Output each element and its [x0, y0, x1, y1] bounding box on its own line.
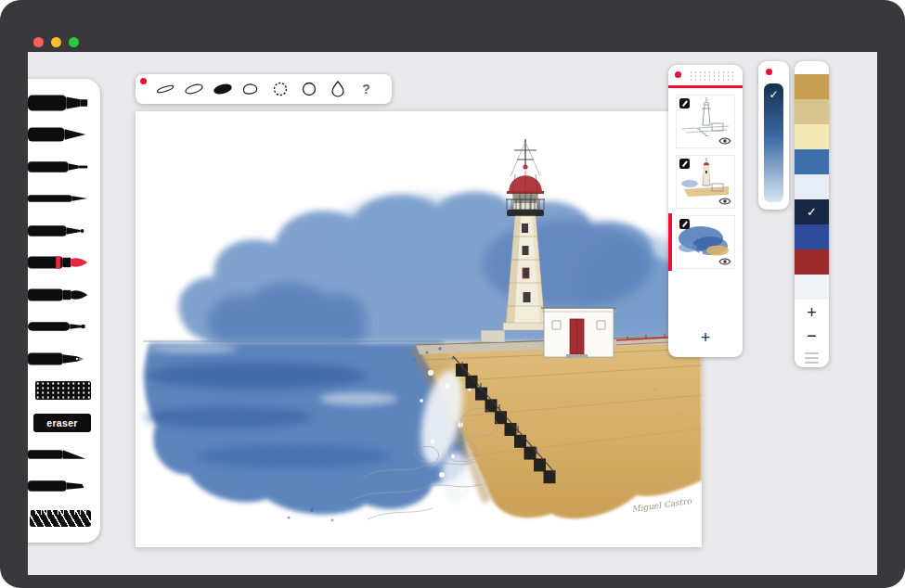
- add-color-button[interactable]: +: [807, 301, 817, 323]
- chisel-marker-icon: [28, 92, 91, 114]
- palette-swatches: ✓: [795, 74, 829, 300]
- visibility-eye-icon[interactable]: [718, 257, 731, 266]
- tool-sketch-pen[interactable]: [28, 216, 91, 246]
- layers-header: [668, 65, 743, 85]
- tools-panel: eraser: [28, 79, 100, 543]
- paint-brush-icon: [28, 284, 91, 306]
- calligraphy-pen-icon: [28, 475, 91, 497]
- tool-calligraphy-pen[interactable]: [28, 471, 91, 501]
- tool-eraser[interactable]: eraser: [28, 408, 91, 438]
- nib-oval[interactable]: [179, 76, 208, 102]
- canvas[interactable]: Miguel Castro: [136, 111, 702, 547]
- layer-badge-icon: [679, 159, 690, 169]
- palette-swatch-1[interactable]: [795, 74, 829, 99]
- palette-drag-handle[interactable]: [805, 352, 819, 364]
- tool-fineliner[interactable]: [28, 152, 91, 182]
- drag-grip-dots[interactable]: [689, 70, 733, 81]
- palette-swatch-3[interactable]: [795, 124, 829, 149]
- palette-swatch-7[interactable]: [795, 224, 829, 249]
- visibility-eye-icon[interactable]: [718, 136, 731, 146]
- tool-halftone-stamp[interactable]: [28, 376, 91, 405]
- needle-pen-icon: [28, 187, 91, 210]
- active-indicator-dot: [140, 78, 147, 84]
- eraser-label: eraser: [46, 417, 77, 428]
- round-pen-icon: [28, 315, 91, 338]
- sketch-pen-icon: [28, 220, 91, 242]
- selected-color-check: ✓: [795, 199, 829, 224]
- layer-item-watercolor-wash[interactable]: [676, 215, 735, 269]
- layer-item-color-study[interactable]: [676, 155, 735, 209]
- palette-swatch-6[interactable]: ✓: [795, 199, 829, 224]
- tool-cone-marker[interactable]: [28, 120, 91, 149]
- shade-slider[interactable]: ✓: [764, 83, 783, 202]
- palette-swatch-5[interactable]: [795, 174, 829, 199]
- app-screen: eraser ?: [28, 52, 877, 575]
- tool-blade[interactable]: [28, 440, 91, 469]
- halftone-stamp-icon: [35, 381, 91, 400]
- layer-item-pencil-sketch[interactable]: [676, 95, 735, 148]
- nib-waterdrop[interactable]: [323, 76, 352, 102]
- palette-swatch-9[interactable]: [795, 275, 829, 300]
- tool-chisel-marker[interactable]: [28, 88, 91, 118]
- zoom-button[interactable]: [69, 37, 79, 47]
- layer-badge-icon: [679, 219, 690, 229]
- palette-swatch-2[interactable]: [795, 99, 829, 124]
- help-label: ?: [362, 82, 370, 96]
- layers-panel: +: [668, 65, 743, 357]
- artist-signature: Miguel Castro: [631, 496, 692, 514]
- tool-needle-pen[interactable]: [28, 184, 91, 213]
- tool-ruler[interactable]: [28, 504, 91, 533]
- palette-swatch-8[interactable]: [795, 249, 829, 275]
- red-brush-icon: [28, 251, 91, 274]
- remove-color-button[interactable]: −: [807, 325, 817, 346]
- fountain-pen-icon: [28, 348, 91, 370]
- accent-divider: [668, 85, 743, 88]
- nib-filled-oval[interactable]: [208, 76, 237, 102]
- window-controls: [33, 37, 79, 47]
- palette-panel: ✓ + −: [795, 61, 829, 367]
- device-frame: eraser ?: [0, 0, 905, 588]
- lighthouse-painting[interactable]: Miguel Castro: [136, 111, 702, 547]
- active-indicator-dot: [675, 71, 681, 78]
- tool-fountain-pen[interactable]: [28, 344, 91, 374]
- nib-egg[interactable]: [237, 76, 265, 102]
- visibility-eye-icon[interactable]: [718, 197, 731, 206]
- blade-icon: [28, 443, 91, 466]
- cone-marker-icon: [28, 123, 91, 146]
- layer-badge-icon: [679, 98, 690, 109]
- nib-spray[interactable]: [265, 76, 294, 102]
- add-layer-button[interactable]: +: [701, 329, 711, 346]
- fineliner-icon: [28, 156, 91, 178]
- brush-shape-bar: ?: [136, 74, 392, 104]
- nib-thin-oval[interactable]: [150, 76, 179, 102]
- tool-paint-brush[interactable]: [28, 280, 91, 310]
- tool-red-brush[interactable]: [28, 248, 91, 277]
- gradient-panel: ✓: [758, 61, 789, 210]
- close-button[interactable]: [33, 37, 44, 47]
- palette-swatch-4[interactable]: [795, 149, 829, 174]
- nib-circle[interactable]: [294, 76, 323, 102]
- selected-layer-bar: [668, 213, 672, 271]
- minimize-button[interactable]: [51, 37, 61, 47]
- ruler-icon: [30, 510, 91, 527]
- eraser-icon: eraser: [33, 414, 91, 432]
- selected-shade-check: ✓: [764, 88, 783, 101]
- tool-round-pen[interactable]: [28, 312, 91, 341]
- active-indicator-dot: [766, 69, 772, 75]
- help-button[interactable]: ?: [352, 76, 381, 102]
